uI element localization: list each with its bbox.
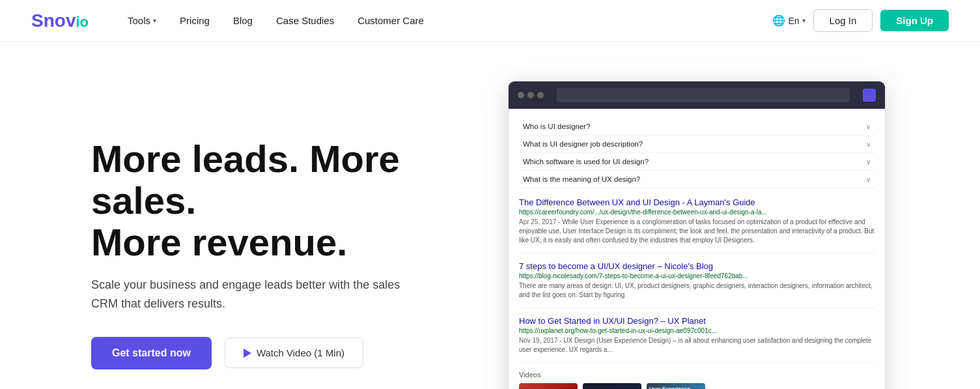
faq-item-3: Which software is used for UI design? ∨ xyxy=(519,153,875,171)
play-icon xyxy=(244,349,251,358)
hero-section: More leads. More sales. More revenue. Sc… xyxy=(0,42,980,389)
video-thumb-3: User Experience Design ▶ 2:57 xyxy=(647,383,705,389)
globe-icon: 🌐 xyxy=(772,14,785,27)
get-started-button[interactable]: Get started now xyxy=(91,337,212,369)
faq-list: Who is UI designer? ∨ What is UI designe… xyxy=(519,118,875,188)
hero-subtext: Scale your business and engage leads bet… xyxy=(91,276,417,313)
chevron-icon: ∨ xyxy=(866,158,871,166)
chevron-down-icon: ▾ xyxy=(802,17,805,24)
faq-item-4: What is the meaning of UX design? ∨ xyxy=(519,171,875,188)
logo[interactable]: Snovio xyxy=(31,10,89,31)
browser-dot-red xyxy=(518,92,524,98)
navbar: Snovio Tools ▾ Pricing Blog Case Studies… xyxy=(0,0,980,42)
search-result-1: The Difference Between UX and UI Design … xyxy=(519,197,875,253)
search-result-2: 7 steps to become a UI/UX designer – Nic… xyxy=(519,261,875,308)
logo-snov: Snov xyxy=(31,10,76,31)
video-thumb-text: User Experience Design xyxy=(649,386,703,389)
chevron-icon: ∨ xyxy=(866,176,871,183)
browser-dot-yellow xyxy=(527,92,534,98)
nav-blog[interactable]: Blog xyxy=(233,15,253,26)
browser-dots xyxy=(518,92,544,98)
hero-buttons: Get started now Watch Video (1 Min) xyxy=(91,337,469,369)
videos-label: Videos xyxy=(519,371,875,379)
chevron-icon: ∨ xyxy=(866,141,871,148)
search-result-3: How to Get Started in UX/UI Design? – UX… xyxy=(519,316,875,363)
video-thumb-2: 11:20 xyxy=(583,383,641,389)
browser-mockup: Who is UI designer? ∨ What is UI designe… xyxy=(508,81,886,389)
browser-extension-icon xyxy=(863,89,876,102)
logo-io: io xyxy=(76,14,89,31)
watch-video-label: Watch Video (1 Min) xyxy=(257,347,344,358)
chevron-down-icon: ▾ xyxy=(153,17,156,24)
hero-text: More leads. More sales. More revenue. Sc… xyxy=(91,138,469,369)
browser-content: Who is UI designer? ∨ What is UI designe… xyxy=(509,109,885,389)
browser-url-bar xyxy=(557,88,850,102)
watch-video-button[interactable]: Watch Video (1 Min) xyxy=(225,338,363,368)
nav-customer-care[interactable]: Customer Care xyxy=(357,15,424,26)
nav-pricing[interactable]: Pricing xyxy=(180,15,210,26)
chevron-icon: ∨ xyxy=(866,123,871,130)
signup-button[interactable]: Sign Up xyxy=(880,10,949,31)
faq-item-1: Who is UI designer? ∨ xyxy=(519,118,875,136)
faq-item-2: What is UI designer job description? ∨ xyxy=(519,136,875,153)
language-selector[interactable]: 🌐 En ▾ xyxy=(772,14,805,27)
nav-links: Tools ▾ Pricing Blog Case Studies Custom… xyxy=(128,15,772,26)
nav-tools[interactable]: Tools ▾ xyxy=(128,15,156,26)
video-thumbnails: 15:30 11:20 User Experience Design ▶ 2:5… xyxy=(519,383,875,389)
browser-dot-green xyxy=(537,92,544,98)
nav-actions: 🌐 En ▾ Log In Sign Up xyxy=(772,9,949,32)
nav-case-studies[interactable]: Case Studies xyxy=(276,15,334,26)
login-button[interactable]: Log In xyxy=(813,9,873,32)
hero-headline: More leads. More sales. More revenue. xyxy=(91,138,469,263)
video-thumb-1: 15:30 xyxy=(519,383,578,389)
browser-bar xyxy=(509,81,885,109)
